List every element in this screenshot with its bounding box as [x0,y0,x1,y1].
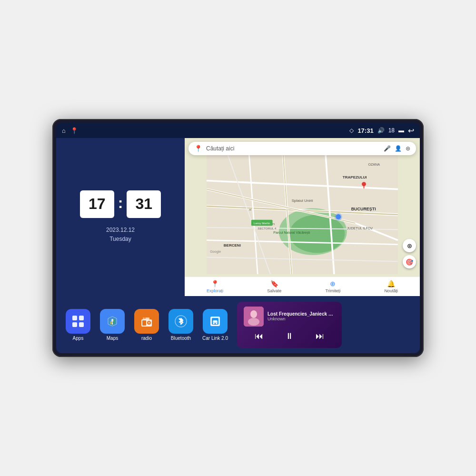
apps-svg-icon [71,315,85,328]
status-bar: ⌂ 📍 ◇ 17:31 🔊 18 ▬ ↩ [56,123,420,138]
location-icon: ◇ [349,127,354,134]
map-nav-saved[interactable]: 🔖 Salvate [267,280,281,293]
layers-map-btn[interactable]: ⊛ [403,239,416,252]
app-item-radio[interactable]: FM radio [132,309,161,341]
clock-date: 2023.12.12 Tuesday [106,226,135,244]
svg-rect-43 [142,320,146,326]
news-label: Noutăți [384,288,398,293]
volume-icon: 🔊 [377,127,385,134]
app-item-maps[interactable]: Maps [98,309,127,341]
screen: ⌂ 📍 ◇ 17:31 🔊 18 ▬ ↩ 17 : [56,123,420,353]
layers-icon[interactable]: ⊛ [406,145,410,152]
clock-separator: : [118,194,123,212]
back-icon[interactable]: ↩ [408,126,414,135]
music-title: Lost Frequencies_Janieck Devy-... [268,311,335,317]
svg-rect-40 [113,319,115,323]
svg-text:SECTORUL 4: SECTORUL 4 [258,227,276,230]
map-pin-icon: 📍 [194,145,202,152]
svg-point-56 [248,318,259,326]
apps-icon [66,309,90,334]
play-pause-button[interactable]: ⏸ [281,329,298,343]
svg-rect-37 [79,322,84,327]
svg-text:și: și [249,208,251,211]
album-art-svg [244,307,264,327]
music-controls: ⏮ ⏸ ⏭ [244,329,335,343]
svg-text:BERCENI: BERCENI [224,243,241,248]
clock-hours: 17 [80,190,114,218]
status-left: ⌂ 📍 [62,127,78,134]
svg-rect-36 [72,322,77,327]
location-btn[interactable]: 🎯 [403,255,416,268]
map-svg: Splaiul Unirii TRAPEZULUI OZANA BUCUREȘT… [185,155,420,274]
clock-display: 17 : 31 [80,190,161,218]
carlink-icon [203,309,228,334]
app-item-carlink[interactable]: Car Link 2.0 [201,309,229,341]
svg-text:FM: FM [142,317,146,319]
map-search-bar[interactable]: 📍 Căutați aici 🎤 👤 ⊛ [188,142,416,155]
radio-label: radio [141,336,152,341]
map-container: Splaiul Unirii TRAPEZULUI OZANA BUCUREȘT… [185,155,420,274]
map-bottom-nav: 📍 Explorați 🔖 Salvate ⊕ Trimiteți 🔔 [185,277,420,296]
home-icon[interactable]: ⌂ [62,127,66,134]
svg-text:Splaiul Unirii: Splaiul Unirii [292,198,313,203]
map-search-icons: 🎤 👤 ⊛ [384,145,410,152]
map-widget[interactable]: 📍 Căutați aici 🎤 👤 ⊛ [185,138,420,296]
radio-svg-icon: FM [140,315,153,328]
explore-label: Explorați [207,288,223,293]
svg-text:BUCUREȘTI: BUCUREȘTI [351,207,376,211]
svg-point-32 [335,213,342,220]
svg-rect-35 [79,316,84,320]
svg-rect-41 [110,321,112,324]
album-art [244,307,264,327]
svg-text:OZANA: OZANA [368,163,380,167]
explore-icon: 📍 [211,280,219,288]
radio-icon: FM [134,309,159,334]
svg-point-45 [148,322,150,324]
svg-point-52 [213,323,215,324]
bottom-section: Apps [56,296,420,353]
music-player: Lost Frequencies_Janieck Devy-... Unknow… [237,302,342,348]
status-right: ◇ 17:31 🔊 18 ▬ ↩ [349,126,414,135]
carlink-label: Car Link 2.0 [202,336,228,341]
apps-grid: Apps [64,309,229,341]
mic-icon[interactable]: 🎤 [384,145,391,152]
map-nav-explore[interactable]: 📍 Explorați [207,280,223,293]
account-icon[interactable]: 👤 [395,145,402,152]
maps-svg-icon [106,315,119,328]
battery-icon: ▬ [398,127,404,134]
saved-icon: 🔖 [270,280,278,288]
carlink-svg-icon [208,315,222,328]
svg-point-53 [216,323,218,324]
app-item-bluetooth[interactable]: Bluetooth [167,309,195,341]
maps-label: Maps [107,336,118,341]
prev-button[interactable]: ⏮ [251,329,267,343]
apps-label: Apps [73,336,84,341]
map-nav-news[interactable]: 🔔 Noutăți [384,280,398,293]
next-button[interactable]: ⏭ [312,329,328,343]
music-artist: Unknown [268,317,335,321]
send-label: Trimiteți [326,288,341,293]
send-icon: ⊕ [330,280,336,288]
svg-text:Leroy Merlin: Leroy Merlin [254,221,270,225]
music-text: Lost Frequencies_Janieck Devy-... Unknow… [268,311,335,321]
maps-icon [100,309,125,334]
clock-minutes: 31 [127,190,161,218]
app-item-apps[interactable]: Apps [64,309,92,341]
music-info: Lost Frequencies_Janieck Devy-... Unknow… [244,307,335,327]
map-search-text[interactable]: Căutați aici [206,145,380,152]
bluetooth-label: Bluetooth [171,336,191,341]
bluetooth-svg-icon [174,315,188,328]
svg-rect-39 [110,317,112,321]
news-icon: 🔔 [387,280,395,288]
device: ⌂ 📍 ◇ 17:31 🔊 18 ▬ ↩ 17 : [52,119,424,357]
time-display: 17:31 [357,127,373,134]
maps-shortcut-icon[interactable]: 📍 [70,127,78,134]
saved-label: Salvate [267,288,281,293]
map-nav-send[interactable]: ⊕ Trimiteți [326,280,341,293]
top-section: 17 : 31 2023.12.12 Tuesday 📍 Căutați aic… [56,138,420,296]
signal-strength: 18 [388,127,395,134]
svg-point-55 [250,310,257,318]
svg-text:JUDEȚUL ILFOV: JUDEȚUL ILFOV [347,227,373,230]
svg-text:Parcul Natural Văcărești: Parcul Natural Văcărești [273,231,310,235]
main-content: 17 : 31 2023.12.12 Tuesday 📍 Căutați aic… [56,138,420,353]
